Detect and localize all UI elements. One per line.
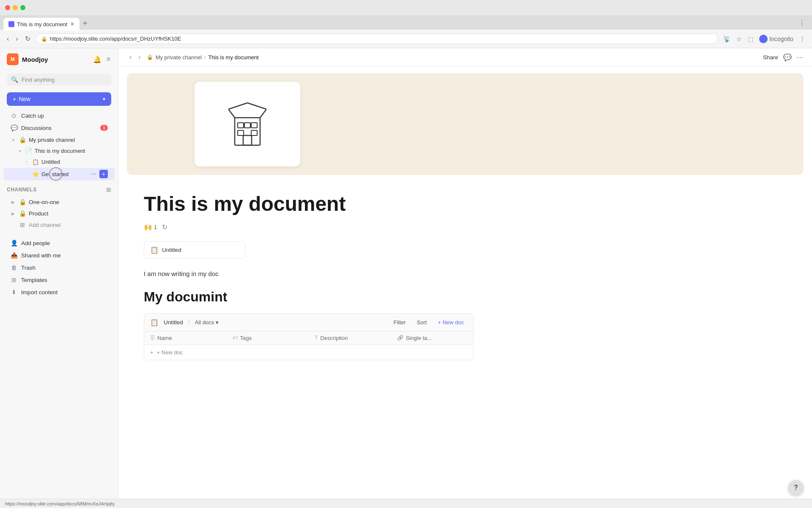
doc-tree-item[interactable]: ▾ 📄 This is my document xyxy=(3,146,115,156)
reaction-emoji: 🙌 xyxy=(144,223,152,231)
product-label: Product xyxy=(29,210,49,217)
private-channel-item[interactable]: ▾ 🔒 My private channel xyxy=(3,134,115,145)
close-window-button[interactable] xyxy=(5,5,10,10)
url-display: https://moodjoy.slite.com/app/docs/r_DHz… xyxy=(50,36,713,42)
add-channel-item[interactable]: ⊞ Add channel xyxy=(3,219,115,230)
search-box[interactable]: 🔍 Find anything xyxy=(7,74,111,86)
sidebar-toggle-button[interactable]: ≡ xyxy=(106,55,111,64)
traffic-lights xyxy=(5,5,25,10)
reload-button[interactable]: ↻ xyxy=(23,33,32,44)
cast-icon[interactable]: 📡 xyxy=(721,34,732,44)
sidebar-item-discussions[interactable]: 💬 Discussions 1 xyxy=(3,122,115,134)
maximize-window-button[interactable] xyxy=(20,5,25,10)
doc-content: This is my document 🙌 1 ↻ 📋 Untitled I a… xyxy=(118,66,812,499)
table-sort-button[interactable]: Sort xyxy=(413,318,430,327)
doc-body: This is my document 🙌 1 ↻ 📋 Untitled I a… xyxy=(118,175,499,387)
comment-button[interactable]: 💬 xyxy=(783,53,792,61)
doc-forward-button[interactable]: › xyxy=(136,52,143,62)
trash-icon: 🗑 xyxy=(10,264,18,271)
get-started-tree-item[interactable]: • ⭐ Get started ⋯ + xyxy=(3,168,115,180)
chrome-menu-button[interactable]: ⋮ xyxy=(798,34,807,44)
new-button[interactable]: + New ▾ xyxy=(7,92,111,106)
channels-section-title: Channels xyxy=(7,187,37,193)
one-on-one-expand: ▶ xyxy=(10,200,16,204)
address-bar[interactable]: 🔒 https://moodjoy.slite.com/app/docs/r_D… xyxy=(36,33,719,44)
profile-icon[interactable]: Incognito xyxy=(757,33,795,45)
tab-close-button[interactable]: ✕ xyxy=(70,21,74,27)
new-tab-button[interactable]: + xyxy=(80,17,91,30)
back-button[interactable]: ‹ xyxy=(5,33,11,44)
status-bar: https://moodjoy.slite.com/app/docs/68Mmv… xyxy=(0,499,812,508)
channel-one-on-one[interactable]: ▶ 🔒 One-on-one xyxy=(3,196,115,207)
dropdown-arrow-icon: ▾ xyxy=(216,319,219,326)
minimize-window-button[interactable] xyxy=(13,5,18,10)
untitled-tree-item[interactable]: • 📋 Untitled xyxy=(3,157,115,167)
doc-reference-card[interactable]: 📋 Untitled xyxy=(144,241,245,259)
table-columns: ☰ Name 🏷 Tags T Description 🔗 xyxy=(144,331,473,345)
add-reaction-button[interactable]: ↻ xyxy=(162,223,167,231)
col-name: ☰ Name xyxy=(144,331,227,345)
browser-actions: 📡 ☆ ⬚ Incognito ⋮ xyxy=(721,33,807,45)
search-placeholder: Find anything xyxy=(22,77,55,83)
doc-back-button[interactable]: ‹ xyxy=(127,52,134,62)
get-started-icon: ⭐ xyxy=(32,171,39,177)
channel-product[interactable]: ▶ 🔒 Product xyxy=(3,208,115,219)
sidebar-item-shared-with-me[interactable]: 📤 Shared with me xyxy=(3,249,115,261)
active-tab[interactable]: This is my document ✕ xyxy=(3,18,80,30)
search-icon: 🔍 xyxy=(11,76,18,83)
more-options-button[interactable]: ⋯ xyxy=(797,53,804,61)
table-all-docs[interactable]: All docs ▾ xyxy=(195,319,219,326)
extensions-icon[interactable]: ⬚ xyxy=(746,34,755,44)
svg-rect-6 xyxy=(244,123,250,128)
doc-hero xyxy=(127,73,804,175)
table-filter-button[interactable]: Filter xyxy=(390,318,409,327)
svg-line-4 xyxy=(247,103,266,109)
doc-icon: 📄 xyxy=(25,148,32,154)
table-add-row[interactable]: + + New doc xyxy=(144,345,473,360)
add-row-plus-icon: + xyxy=(150,349,154,356)
sidebar-item-discussions-label: Discussions xyxy=(21,125,52,131)
sidebar-item-add-people[interactable]: 👤 Add people xyxy=(3,237,115,249)
tree-more-button[interactable]: ⋯ xyxy=(89,170,98,178)
table-new-doc-button[interactable]: + New doc xyxy=(434,318,467,327)
doc-nav-arrows: ‹ › xyxy=(127,52,143,62)
svg-rect-7 xyxy=(251,123,257,128)
doc-header-actions: Share 💬 ⋯ xyxy=(763,53,804,61)
one-on-one-icon: 🔒 xyxy=(19,199,26,205)
sidebar-item-import[interactable]: ⬇ Import content xyxy=(3,286,115,298)
security-icon: 🔒 xyxy=(41,36,47,42)
import-icon: ⬇ xyxy=(10,289,18,295)
channels-layout-icon[interactable]: ⊞ xyxy=(106,186,111,193)
table-breadcrumb-title: Untitled xyxy=(164,319,183,326)
private-channel-lock-icon: 🔒 xyxy=(19,136,26,143)
brand-logo[interactable]: M Moodjoy xyxy=(7,53,48,65)
reaction-item[interactable]: 🙌 1 xyxy=(144,223,157,231)
breadcrumb-workspace[interactable]: My private channel xyxy=(156,54,202,61)
doc-ref-label: Untitled xyxy=(162,247,181,253)
new-button-label: New xyxy=(19,96,30,102)
col-desc-icon: T xyxy=(315,335,318,341)
templates-label: Templates xyxy=(21,277,47,283)
forward-button[interactable]: › xyxy=(14,33,19,44)
sidebar-item-trash[interactable]: 🗑 Trash xyxy=(3,262,115,273)
col-name-label: Name xyxy=(157,335,172,341)
doc-meta: 🙌 1 ↻ xyxy=(144,223,474,231)
trash-label: Trash xyxy=(21,265,36,271)
sidebar: M Moodjoy 🔔 ≡ 🔍 Find anything + New ▾ xyxy=(0,48,118,499)
sidebar-item-templates[interactable]: ⊞ Templates xyxy=(3,274,115,286)
help-button[interactable]: ? xyxy=(788,480,804,495)
breadcrumb-separator: / xyxy=(204,54,206,61)
hero-container xyxy=(118,73,812,175)
main-content: ‹ › 🔒 My private channel / This is my do… xyxy=(118,48,812,499)
sidebar-navigation: ⊙ Catch up 💬 Discussions 1 ▾ 🔒 My privat… xyxy=(0,109,118,499)
sidebar-item-catchup[interactable]: ⊙ Catch up xyxy=(3,110,115,121)
tree-add-button[interactable]: + xyxy=(99,170,108,178)
breadcrumb: 🔒 My private channel / This is my docume… xyxy=(147,54,760,61)
bookmark-icon[interactable]: ☆ xyxy=(735,34,743,44)
sidebar-header-actions: 🔔 ≡ xyxy=(92,55,111,64)
share-button[interactable]: Share xyxy=(763,54,778,61)
doc-ref-icon: 📋 xyxy=(150,246,159,254)
tab-list-button[interactable]: ⋮ xyxy=(795,17,809,28)
notifications-button[interactable]: 🔔 xyxy=(92,55,102,64)
search-area: 🔍 Find anything xyxy=(0,70,118,89)
